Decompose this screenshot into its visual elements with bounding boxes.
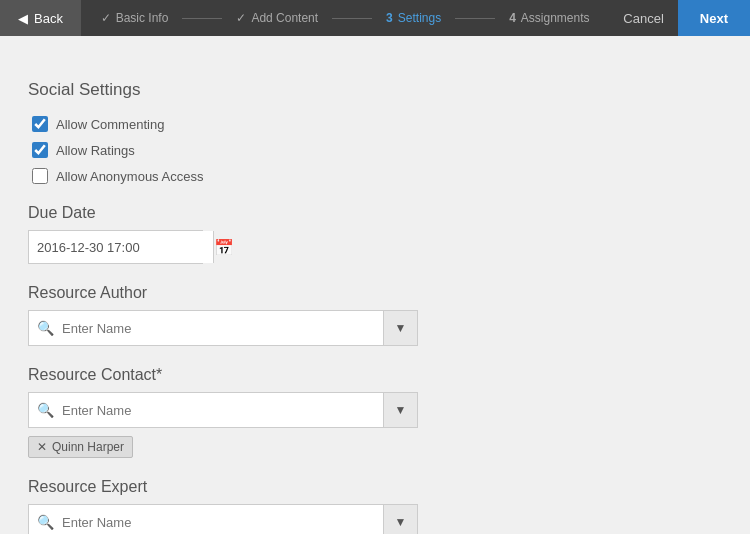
resource-expert-dropdown-arrow[interactable]: ▼ <box>383 505 417 534</box>
step-settings-label: Settings <box>398 11 441 25</box>
resource-contact-tag: ✕ Quinn Harper <box>28 436 133 458</box>
step-assignments: 4 Assignments <box>495 11 603 25</box>
allow-commenting-label: Allow Commenting <box>56 117 164 132</box>
allow-commenting-checkbox[interactable] <box>32 116 48 132</box>
header: ◀ Back ✓ Basic Info ✓ Add Content 3 Sett… <box>0 0 750 36</box>
resource-author-input-wrapper: 🔍 ▼ <box>28 310 418 346</box>
resource-contact-search-icon: 🔍 <box>29 402 62 418</box>
connector-1 <box>182 18 222 19</box>
cancel-button[interactable]: Cancel <box>609 0 677 36</box>
allow-commenting-row: Allow Commenting <box>32 116 722 132</box>
calendar-icon[interactable]: 📅 <box>213 231 234 263</box>
resource-author-search-icon: 🔍 <box>29 320 62 336</box>
allow-ratings-row: Allow Ratings <box>32 142 722 158</box>
allow-ratings-checkbox[interactable] <box>32 142 48 158</box>
due-date-input-wrapper: 📅 <box>28 230 203 264</box>
main-content: Social Settings Allow Commenting Allow R… <box>0 36 750 534</box>
due-date-label: Due Date <box>28 204 722 222</box>
resource-contact-input-wrapper: 🔍 ▼ <box>28 392 418 428</box>
step-assignments-num: 4 <box>509 11 516 25</box>
resource-expert-label: Resource Expert <box>28 478 722 496</box>
step-basic-label: Basic Info <box>116 11 169 25</box>
allow-ratings-label: Allow Ratings <box>56 143 135 158</box>
due-date-section: Due Date 📅 <box>28 204 722 264</box>
allow-anonymous-row: Allow Anonymous Access <box>32 168 722 184</box>
step-settings: 3 Settings <box>372 11 455 25</box>
resource-contact-dropdown-arrow[interactable]: ▼ <box>383 393 417 427</box>
resource-expert-input[interactable] <box>62 505 383 534</box>
connector-2 <box>332 18 372 19</box>
allow-anonymous-checkbox[interactable] <box>32 168 48 184</box>
step-basic-info: ✓ Basic Info <box>87 11 183 25</box>
step-content-label: Add Content <box>251 11 318 25</box>
due-date-input[interactable] <box>29 231 213 263</box>
resource-contact-section: Resource Contact* 🔍 ▼ ✕ Quinn Harper <box>28 366 722 458</box>
resource-author-dropdown-arrow[interactable]: ▼ <box>383 311 417 345</box>
resource-contact-input[interactable] <box>62 393 383 427</box>
check-icon-basic: ✓ <box>101 11 111 25</box>
tag-remove-button[interactable]: ✕ <box>37 440 47 454</box>
resource-contact-label: Resource Contact* <box>28 366 722 384</box>
next-button[interactable]: Next <box>678 0 750 36</box>
check-icon-content: ✓ <box>236 11 246 25</box>
connector-3 <box>455 18 495 19</box>
social-settings-section: Social Settings Allow Commenting Allow R… <box>28 80 722 184</box>
allow-anonymous-label: Allow Anonymous Access <box>56 169 203 184</box>
resource-author-label: Resource Author <box>28 284 722 302</box>
step-add-content: ✓ Add Content <box>222 11 332 25</box>
step-assignments-label: Assignments <box>521 11 590 25</box>
resource-expert-search-icon: 🔍 <box>29 514 62 530</box>
step-settings-num: 3 <box>386 11 393 25</box>
resource-expert-input-wrapper: 🔍 ▼ <box>28 504 418 534</box>
tag-label: Quinn Harper <box>52 440 124 454</box>
back-arrow-icon: ◀ <box>18 11 28 26</box>
social-settings-title: Social Settings <box>28 80 722 100</box>
back-button[interactable]: ◀ Back <box>0 0 81 36</box>
back-label: Back <box>34 11 63 26</box>
resource-author-section: Resource Author 🔍 ▼ <box>28 284 722 346</box>
steps-nav: ✓ Basic Info ✓ Add Content 3 Settings 4 … <box>81 11 609 25</box>
resource-expert-section: Resource Expert 🔍 ▼ <box>28 478 722 534</box>
resource-author-input[interactable] <box>62 311 383 345</box>
